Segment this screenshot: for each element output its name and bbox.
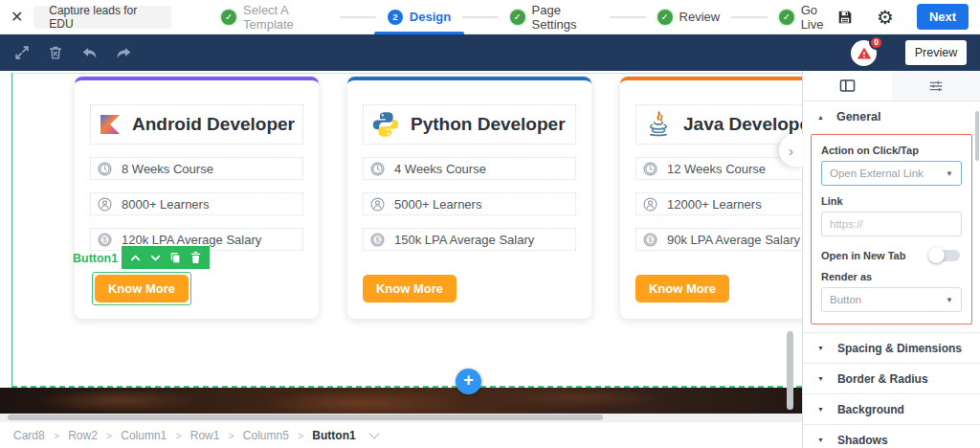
card-title: Java Developer [683,114,802,135]
accordion-background[interactable]: ▼ Background [803,393,980,424]
editor-toolbar: 0 Preview [0,34,980,71]
delete-icon[interactable] [189,251,202,264]
cta-row: Know More [635,275,802,302]
kotlin-logo-icon [99,110,122,139]
card-title-block[interactable]: Android Developer [90,104,303,145]
check-icon: ✓ [510,10,525,25]
know-more-button[interactable]: Know More [95,275,189,302]
feature-learners[interactable]: 12000+ Learners [635,192,802,215]
accordion-spacing-dimensions[interactable]: ▼ Spacing & Dimensions [803,332,980,363]
tab-element-settings[interactable] [803,71,892,101]
step-go-live[interactable]: ✓ Go Live [779,0,836,34]
duplicate-icon[interactable] [168,251,182,264]
preview-button[interactable]: Preview [905,40,967,65]
know-more-button[interactable]: Know More [635,275,729,302]
link-input[interactable] [821,212,962,236]
tab-advanced-settings[interactable] [892,71,980,101]
feature-salary[interactable]: $ 90k LPA Average Salary [635,228,802,251]
accordion-label: Border & Radius [837,372,928,386]
breadcrumb-column5[interactable]: Column5 [243,429,289,442]
general-settings-group: Action on Click/Tap Open External Link ▼… [811,134,972,325]
step-select-a-template[interactable]: ✓ Select A Template [221,0,328,34]
breadcrumb-row1[interactable]: Row1 [190,429,220,442]
next-section-hero-image[interactable] [0,388,802,414]
caret-down-icon: ▼ [817,345,824,351]
panel-layout-icon [838,77,857,95]
feature-duration[interactable]: 4 Weeks Course [363,157,576,180]
caret-down-icon: ▼ [817,437,824,443]
breadcrumb-separator: > [106,430,112,441]
fullscreen-icon[interactable] [13,44,31,61]
undo-icon[interactable] [80,44,99,62]
svg-text:$: $ [648,235,652,244]
feature-text: 12 Weeks Course [667,162,766,176]
open-in-new-tab-toggle[interactable] [931,250,960,261]
step-label: Review [679,10,721,24]
card-python-developer[interactable]: Python Developer 4 Weeks Course 5000+ Le… [347,77,591,319]
user-icon [97,196,113,213]
card-title-block[interactable]: Python Developer [363,104,576,145]
validation-warnings-button[interactable]: 0 [851,40,877,66]
link-label: Link [821,195,962,207]
selected-element-outline: Know More [92,272,191,305]
breadcrumb-row2[interactable]: Row2 [68,429,98,442]
course-cards-row: Android Developer 8 Weeks Course 8000+ L… [75,77,802,319]
user-icon [642,196,658,213]
feature-salary[interactable]: $ 150k LPA Average Salary [363,228,576,251]
open-in-new-tab-label: Open in New Tab [821,250,905,261]
redo-icon[interactable] [115,44,133,62]
element-actions-toolbar [122,246,210,269]
page-name-chip[interactable]: Capture leads for EDU [33,6,171,29]
caret-down-icon: ▼ [817,406,824,413]
breadcrumb-column1[interactable]: Column1 [121,429,167,442]
caret-down-icon: ▼ [946,169,953,178]
card-java-developer[interactable]: Java Developer 12 Weeks Course 12000+ Le… [620,77,802,319]
feature-duration[interactable]: 8 Weeks Course [90,157,303,180]
step-review[interactable]: ✓ Review [657,0,721,34]
close-icon[interactable]: ✕ [0,8,33,26]
action-on-click-select[interactable]: Open External Link ▼ [821,161,962,186]
breadcrumb-card8[interactable]: Card8 [13,429,45,442]
know-more-button[interactable]: Know More [363,275,457,302]
warning-count-badge: 0 [869,35,883,50]
chevron-down-icon[interactable] [368,428,379,438]
gear-icon[interactable]: ⚙ [877,8,894,27]
top-bar: ✕ Capture leads for EDU ✓ Select A Templ… [0,0,980,34]
vertical-scrollbar-thumb[interactable] [787,331,793,410]
dollar-icon: $ [97,232,113,248]
section-outline-top [11,73,802,74]
caret-down-icon: ▼ [946,296,953,304]
dollar-icon: $ [369,232,386,248]
add-section-button[interactable]: + [456,369,481,394]
step-connector [340,16,375,18]
breadcrumb-separator: > [298,430,303,441]
accordion-general[interactable]: ▲ General [803,101,980,132]
feature-learners[interactable]: 5000+ Learners [363,192,576,215]
render-as-select[interactable]: Button ▼ [821,287,962,312]
design-canvas[interactable]: Android Developer 8 Weeks Course 8000+ L… [0,71,802,421]
accordion-border-radius[interactable]: ▼ Border & Radius [803,363,980,393]
feature-learners[interactable]: 8000+ Learners [90,192,303,215]
step-label: Go Live [801,3,836,32]
step-number-badge: 2 [388,10,403,25]
action-on-click-label: Action on Click/Tap [821,145,962,156]
card-title-block[interactable]: Java Developer [635,104,802,145]
move-down-icon[interactable] [149,252,162,264]
step-connector [610,16,645,18]
cta-row: Know More [363,275,576,302]
clear-canvas-trash-icon[interactable] [47,44,64,61]
accordion-label: Spacing & Dimensions [837,342,962,355]
step-design[interactable]: 2 Design [388,0,451,34]
horizontal-scrollbar-thumb[interactable] [8,414,603,420]
save-icon[interactable] [836,9,854,26]
move-up-icon[interactable] [129,252,142,264]
next-button[interactable]: Next [917,4,969,30]
sidebar-scrollbar-thumb[interactable] [975,111,979,161]
step-page-settings[interactable]: ✓ Page Settings [510,0,599,34]
card-android-developer[interactable]: Android Developer 8 Weeks Course 8000+ L… [75,77,319,319]
accordion-shadows[interactable]: ▼ Shadows [803,424,980,448]
svg-text:$: $ [375,235,379,244]
section-outline-left [11,73,12,387]
breadcrumb-button1[interactable]: Button1 [312,429,355,442]
feature-duration[interactable]: 12 Weeks Course [635,157,802,180]
